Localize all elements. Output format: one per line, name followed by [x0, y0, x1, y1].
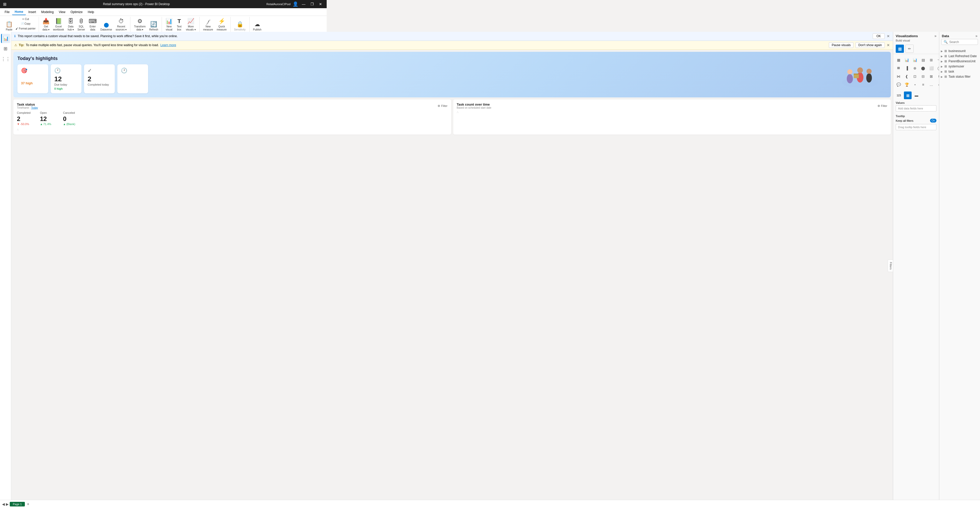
- paste-icon: 📋: [6, 21, 13, 28]
- highlight-tile-2: ✓ 2 Completed today: [84, 64, 115, 93]
- publish-button[interactable]: ☁ Publish: [251, 17, 263, 32]
- highlight-tiles: 🎯 37 high 🕐 12 Due today 0 high ✓ 2 Comp…: [18, 64, 327, 93]
- canvas: Today's highlights 🎯 37 high 🕐 12 Due to…: [11, 50, 327, 169]
- open-label: Open: [40, 111, 58, 114]
- copy-button[interactable]: 📄 Copy: [14, 22, 37, 26]
- task-status-panel: Task status Timeframe : Today ⚙ Filter C…: [13, 99, 327, 135]
- quick-measure-button[interactable]: ⚡ Quickmeasure: [215, 17, 228, 32]
- menu-home[interactable]: Home: [12, 9, 25, 15]
- down-arrow-icon: ▼: [17, 123, 20, 126]
- data-view-icon: ⊞: [3, 46, 8, 51]
- user-icon: 👤: [293, 1, 298, 7]
- dataverse-button[interactable]: ⬤ Dataverse: [99, 17, 114, 32]
- text-box-button[interactable]: T Textbox: [175, 17, 184, 32]
- tile-1-label: Due today: [54, 83, 78, 86]
- canceled-change: ▲ (Blank): [63, 123, 81, 126]
- get-data-icon: 📥: [43, 18, 49, 25]
- excel-workbook-button[interactable]: 📗 Excelworkbook: [51, 17, 65, 32]
- queries-items: ⚙ Transformdata ▾ 🔄 Refresh: [132, 17, 160, 32]
- highlight-tile-0: 🎯 37 high: [18, 64, 48, 93]
- tip-icon: ⚠: [14, 43, 17, 47]
- menu-modeling[interactable]: Modeling: [39, 9, 56, 15]
- tile-2-icon: ✓: [88, 67, 111, 73]
- recent-sources-button[interactable]: ⏱ Recentsources ▾: [114, 17, 128, 32]
- completed-change-pct: -50.0%: [20, 123, 29, 126]
- more-visuals-icon: 📈: [187, 18, 194, 25]
- tile-1-sub[interactable]: 0 high: [54, 87, 78, 90]
- task-status-title-area: Task status Timeframe : Today: [17, 102, 38, 109]
- sensitivity-button[interactable]: 🔒 Sensitivity: [233, 17, 247, 32]
- calc-items: 𝑓 Newmeasure ⚡ Quickmeasure: [202, 17, 228, 32]
- close-button[interactable]: ✕: [317, 0, 324, 8]
- publish-label: Publish: [253, 28, 262, 31]
- completed-col: Completed 2 ▼ -50.0%: [17, 111, 35, 126]
- data-hub-button[interactable]: 🗄 Datahub ▾: [66, 17, 75, 32]
- canceled-arrow-icon: ▲: [63, 123, 66, 126]
- menu-view[interactable]: View: [56, 9, 68, 15]
- maximize-button[interactable]: ❐: [309, 0, 315, 8]
- canceled-label: Canceled: [63, 111, 81, 114]
- new-visual-button[interactable]: 📊 Newvisual: [164, 17, 174, 32]
- enter-data-button[interactable]: ⌨ Enterdata: [87, 17, 99, 32]
- sidebar-item-report[interactable]: 📊: [1, 34, 10, 43]
- sidebar-item-model[interactable]: ⋮⋮: [1, 54, 10, 64]
- menu-optimize[interactable]: Optimize: [68, 9, 85, 15]
- publish-icon: ☁: [255, 21, 260, 28]
- loading-indicator: ·'·: [17, 129, 327, 132]
- transform-icon: ⚙: [137, 18, 142, 25]
- data-hub-label: Datahub ▾: [68, 25, 74, 31]
- sql-server-button[interactable]: 🛢 SQLServer: [76, 17, 86, 32]
- new-visual-label: Newvisual: [166, 25, 172, 31]
- timeframe-link[interactable]: Today: [31, 107, 38, 109]
- open-change-pct: 71.4%: [43, 123, 51, 126]
- highlights-card: Today's highlights 🎯 37 high 🕐 12 Due to…: [13, 52, 327, 97]
- completed-change: ▼ -50.0%: [17, 123, 35, 126]
- minimize-button[interactable]: —: [300, 0, 307, 8]
- title-bar-controls: RetailAuroraCIPool 👤 — ❐ ✕: [266, 0, 324, 8]
- paste-button[interactable]: 📋 Paste: [4, 17, 14, 32]
- sql-label: SQLServer: [77, 25, 85, 31]
- more-visuals-label: Morevisuals ▾: [186, 25, 196, 31]
- transform-data-button[interactable]: ⚙ Transformdata ▾: [132, 17, 147, 32]
- tile-0-sub[interactable]: 37 high: [21, 81, 45, 85]
- new-measure-button[interactable]: 𝑓 Newmeasure: [202, 17, 215, 32]
- learn-more-link[interactable]: Learn more: [161, 43, 176, 47]
- dataverse-icon: ⬤: [104, 22, 109, 28]
- new-measure-icon: 𝑓: [207, 19, 209, 25]
- menu-help[interactable]: Help: [85, 9, 97, 15]
- cut-button[interactable]: ✂ Cut: [14, 17, 37, 21]
- task-status-subtitle: Timeframe : Today: [17, 107, 38, 109]
- title-bar-title: Retail summary store ops (2) - Power BI …: [6, 2, 266, 6]
- task-status-title: Task status: [17, 102, 38, 107]
- tile-1-icon: 🕐: [54, 67, 78, 73]
- enter-data-icon: ⌨: [89, 18, 97, 25]
- open-change: ▲ 71.4%: [40, 123, 58, 126]
- get-data-button[interactable]: 📥 Getdata ▾: [41, 17, 51, 32]
- highlights-title: Today's highlights: [18, 56, 327, 61]
- recent-sources-icon: ⏱: [118, 18, 124, 25]
- refresh-button[interactable]: 🔄 Refresh: [148, 17, 160, 32]
- sensitivity-icon: 🔒: [237, 21, 243, 28]
- sidebar-item-data[interactable]: ⊞: [1, 44, 10, 53]
- menu-file[interactable]: File: [2, 9, 12, 15]
- more-visuals-button[interactable]: 📈 Morevisuals ▾: [184, 17, 197, 32]
- user-avatar: RetailAuroraCIPool: [266, 3, 291, 6]
- new-visual-icon: 📊: [165, 18, 172, 25]
- notif-info-icon: ℹ: [14, 34, 16, 38]
- main-canvas-area: ℹ This report contains a custom visual t…: [11, 32, 327, 169]
- task-status-cols: Completed 2 ▼ -50.0% Open 12 ▲ 71.4%: [17, 111, 327, 126]
- excel-label: Excelworkbook: [53, 25, 64, 31]
- menu-insert[interactable]: Insert: [26, 9, 39, 15]
- highlight-tile-1: 🕐 12 Due today 0 high: [51, 64, 81, 93]
- tip-text: To make multiple edits fast, pause visua…: [26, 43, 159, 47]
- model-view-icon: ⋮⋮: [1, 56, 10, 62]
- up-arrow-icon: ▲: [40, 123, 43, 126]
- tile-2-label: Completed today: [88, 83, 111, 86]
- text-box-icon: T: [178, 18, 181, 25]
- format-painter-button[interactable]: 🖌 Format painter: [14, 26, 37, 31]
- notification-bar: ℹ This report contains a custom visual t…: [11, 32, 327, 41]
- completed-label: Completed: [17, 111, 35, 114]
- menu-bar: File Home Insert Modeling View Optimize …: [0, 8, 327, 16]
- title-bar-left: ⊞: [3, 2, 6, 7]
- new-measure-label: Newmeasure: [203, 25, 213, 31]
